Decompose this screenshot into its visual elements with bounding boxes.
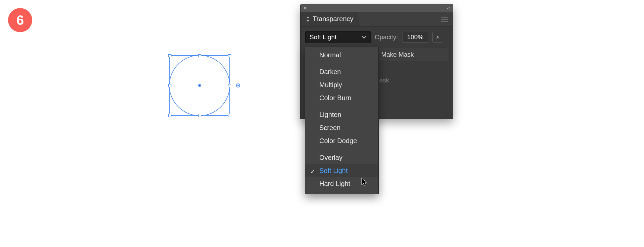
blend-mode-option-label: Color Burn (319, 94, 352, 102)
opacity-label: Opacity: (375, 34, 398, 41)
hamburger-icon (441, 17, 448, 21)
cursor-pointer-icon (361, 178, 368, 186)
svg-rect-1 (441, 17, 448, 17)
blend-mode-option[interactable]: Darken (305, 65, 378, 78)
artboard[interactable] (52, 54, 300, 121)
blend-mode-option-label: Normal (319, 51, 341, 59)
blend-mode-option[interactable]: Normal (305, 49, 378, 63)
blend-mode-option-label: Hard Light (319, 180, 350, 187)
step-number: 6 (16, 13, 24, 28)
panel-titlebar[interactable]: ✕ ‹‹ (301, 4, 453, 12)
blend-mode-option[interactable]: Lighten (305, 108, 378, 121)
step-number-badge: 6 (8, 8, 32, 32)
close-icon[interactable]: ✕ (303, 5, 307, 11)
blend-mode-option-label: Multiply (319, 81, 342, 88)
resize-handle[interactable] (168, 114, 171, 117)
blend-mode-option-label: Darken (319, 68, 341, 75)
svg-rect-3 (441, 21, 448, 21)
selection-bounding-box[interactable] (169, 55, 230, 116)
resize-handle[interactable] (198, 54, 201, 57)
blend-mode-option[interactable]: Color Burn (305, 91, 378, 106)
opacity-input[interactable]: 100% (402, 32, 429, 43)
opacity-stepper[interactable] (432, 32, 443, 43)
panel-menu-button[interactable] (436, 13, 453, 25)
blend-mode-option-label: Lighten (319, 111, 341, 118)
object-origin-indicator[interactable] (236, 83, 240, 87)
svg-rect-2 (441, 19, 448, 19)
resize-handle[interactable] (168, 54, 171, 57)
blend-mode-option[interactable]: Overlay (305, 151, 378, 164)
resize-handle[interactable] (168, 84, 171, 87)
expand-collapse-icon[interactable] (306, 16, 310, 22)
collapse-icon[interactable]: ‹‹ (447, 5, 450, 11)
resize-handle[interactable] (198, 114, 201, 117)
blend-mode-select[interactable]: Soft Light (305, 31, 371, 43)
panel-title: Transparency (313, 15, 354, 23)
blend-mode-value: Soft Light (310, 34, 336, 41)
blend-mode-option[interactable]: Screen (305, 121, 378, 134)
blend-mode-option-label: Soft Light (319, 167, 348, 174)
blend-mode-option[interactable]: Multiply (305, 78, 378, 91)
blend-mode-option-label: Color Dodge (319, 137, 357, 144)
tab-transparency[interactable]: Transparency (301, 12, 359, 26)
blend-mode-dropdown[interactable]: NormalDarkenMultiplyColor BurnLightenScr… (305, 47, 379, 194)
chevron-down-icon (362, 36, 366, 39)
blend-mode-option-label: Overlay (319, 154, 342, 161)
resize-handle[interactable] (228, 114, 231, 117)
blend-mode-option[interactable]: Color Dodge (305, 134, 378, 149)
check-icon: ✓ (310, 168, 316, 176)
blend-mode-option-label: Screen (319, 124, 340, 131)
selection-center-indicator (198, 84, 201, 87)
resize-handle[interactable] (228, 54, 231, 57)
resize-handle[interactable] (228, 84, 231, 87)
blend-mode-option[interactable]: ✓Soft Light (305, 164, 378, 177)
